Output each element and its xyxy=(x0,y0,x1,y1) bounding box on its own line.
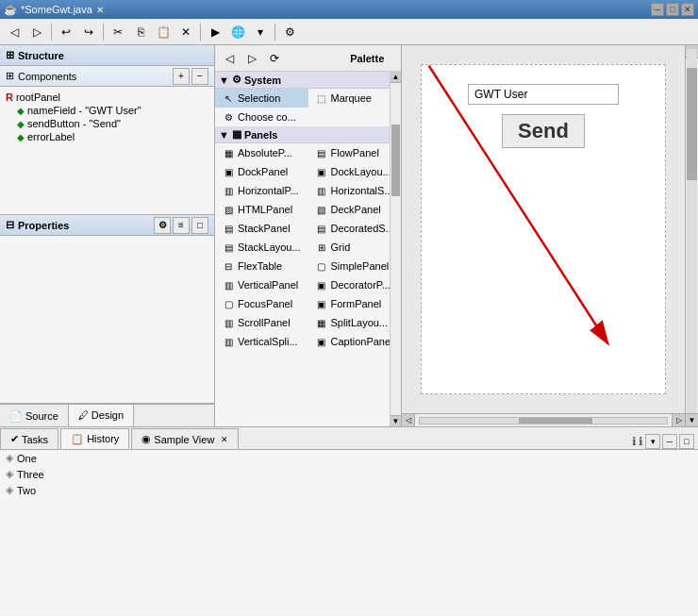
palette-item-absolutepanel[interactable]: ▦ AbsoluteP... xyxy=(215,143,308,162)
dockpanel-icon: ▣ xyxy=(222,165,235,178)
comp-item-sendbutton[interactable]: ◆ sendButton - "Send" xyxy=(2,117,212,130)
properties-btn2[interactable]: ≡ xyxy=(173,217,190,234)
palette-item-decoratorp[interactable]: ▣ DecoratorP... xyxy=(308,275,402,294)
maximize-button[interactable]: □ xyxy=(666,3,679,16)
system-cat-label: System xyxy=(244,75,281,86)
choose-icon: ⚙ xyxy=(222,110,235,124)
palette-item-verticalsplit[interactable]: ▥ VerticalSpli... xyxy=(215,332,308,351)
canvas-vscrollbar[interactable]: ▲ ▼ xyxy=(685,45,698,426)
verticalpanel-icon: ▥ xyxy=(222,278,235,291)
history-item-two[interactable]: ◈ Two xyxy=(0,482,698,498)
design-icon: 🖊 xyxy=(78,409,89,421)
properties-btn1[interactable]: ⚙ xyxy=(154,217,171,234)
hscroll-track[interactable] xyxy=(419,417,668,425)
focuspanel-icon: ▢ xyxy=(222,297,235,310)
send-button[interactable]: Send xyxy=(502,114,585,148)
comp-item-errorlabel[interactable]: ◆ errorLabel xyxy=(2,130,212,143)
comp-item-namefield[interactable]: ◆ nameField - "GWT User" xyxy=(2,104,212,117)
palette-title: Palette xyxy=(350,53,384,64)
hscroll-right-btn[interactable]: ▷ xyxy=(672,414,685,427)
htmlpanel-icon: ▨ xyxy=(222,203,235,216)
palette-item-decorateds[interactable]: ▤ DecoratedS... xyxy=(308,219,402,238)
palette-item-captionpanel[interactable]: ▣ CaptionPanel xyxy=(308,332,402,351)
toolbar-run-btn[interactable]: ▶ xyxy=(205,22,225,42)
toolbar-settings-btn[interactable]: ⚙ xyxy=(279,22,300,42)
palette-item-flextable[interactable]: ⊟ FlexTable xyxy=(215,257,308,275)
title-close-icon[interactable]: ✕ xyxy=(96,5,104,15)
palette-item-docklayout[interactable]: ▣ DockLayou... xyxy=(308,162,402,181)
gwt-user-input[interactable] xyxy=(468,84,619,105)
palette-scrollthumb xyxy=(391,125,400,195)
hscroll-left-btn[interactable]: ◁ xyxy=(402,414,415,427)
palette-fwd-btn[interactable]: ▷ xyxy=(241,48,262,69)
components-remove-btn[interactable]: − xyxy=(191,68,208,85)
toolbar-redo-btn[interactable]: ↪ xyxy=(78,22,99,42)
structure-title: Structure xyxy=(18,50,64,61)
canvas-area[interactable]: Send xyxy=(402,45,685,413)
palette-cat-panels-header[interactable]: ▼ ▦ Panels xyxy=(215,126,401,143)
minimize-button[interactable]: ─ xyxy=(651,3,664,16)
palette-cat-system-header[interactable]: ▼ ⚙ System xyxy=(215,72,401,89)
palette-item-focuspanel[interactable]: ▢ FocusPanel xyxy=(215,294,308,313)
decoratorp-icon: ▣ xyxy=(315,278,328,291)
toolbar-undo-btn[interactable]: ↩ xyxy=(56,22,76,42)
palette-item-stackpanel[interactable]: ▤ StackPanel xyxy=(215,219,308,238)
tab-history[interactable]: 📋 History xyxy=(60,428,129,449)
palette-item-dockpanel[interactable]: ▣ DockPanel xyxy=(215,162,308,181)
bottom-tabs-bar: ✔ Tasks 📋 History ◉ Sample View ✕ ℹ ℹ ▾ … xyxy=(0,427,698,450)
palette-item-deckpanel[interactable]: ▧ DeckPanel xyxy=(308,200,402,219)
palette-scroll[interactable]: ▼ ⚙ System ↖ Selection ⬚ Marquee xyxy=(215,72,401,426)
palette-item-horizontals[interactable]: ▥ HorizontalS... xyxy=(308,181,402,200)
tab-source[interactable]: 📄 Source xyxy=(0,405,69,426)
selection-icon: ↖ xyxy=(222,92,235,105)
close-button[interactable]: ✕ xyxy=(681,3,694,16)
toolbar-web-btn[interactable]: 🌐 xyxy=(227,22,248,42)
tab-tasks[interactable]: ✔ Tasks xyxy=(0,428,58,449)
palette-item-selection[interactable]: ↖ Selection xyxy=(215,89,308,108)
palette-scroll-up[interactable]: ▲ xyxy=(391,72,401,83)
tasks-tab-icon: ✔ xyxy=(10,433,19,445)
tab-design[interactable]: 🖊 Design xyxy=(69,405,134,426)
tab-close-btn[interactable]: ✕ xyxy=(221,435,228,444)
palette-item-marquee[interactable]: ⬚ Marquee xyxy=(308,89,402,108)
palette-refresh-btn[interactable]: ⟳ xyxy=(264,48,285,69)
toolbar-sep-2 xyxy=(103,24,104,41)
palette-item-horizontalp[interactable]: ▥ HorizontalP... xyxy=(215,181,308,200)
comp-item-rootpanel[interactable]: R rootPanel xyxy=(2,91,212,104)
palette-item-htmlpanel[interactable]: ▨ HTMLPanel xyxy=(215,200,308,219)
palette-vscrollbar[interactable]: ▲ ▼ xyxy=(390,72,401,426)
toolbar-copy-btn[interactable]: ⎘ xyxy=(130,22,151,42)
components-add-btn[interactable]: + xyxy=(173,68,190,85)
palette-item-grid[interactable]: ⊞ Grid xyxy=(308,238,402,257)
palette-back-btn[interactable]: ◁ xyxy=(219,48,240,69)
flextable-icon: ⊟ xyxy=(222,259,235,273)
properties-btn3[interactable]: □ xyxy=(191,217,208,234)
palette-item-flowpanel[interactable]: ▤ FlowPanel xyxy=(308,143,402,162)
palette-item-formpanel[interactable]: ▣ FormPanel xyxy=(308,294,402,313)
formpanel-icon: ▣ xyxy=(315,297,328,310)
bottom-tab-max-btn[interactable]: □ xyxy=(679,434,694,449)
bottom-tab-min-btn[interactable]: ─ xyxy=(662,434,677,449)
history-item-one[interactable]: ◈ One xyxy=(0,450,698,466)
canvas-hscroll[interactable]: ◁ ▷ xyxy=(402,413,685,426)
system-cat-arrow: ▼ xyxy=(219,75,229,86)
palette-item-verticalpanel[interactable]: ▥ VerticalPanel xyxy=(215,275,308,294)
palette-scroll-down[interactable]: ▼ xyxy=(391,415,401,426)
toolbar-delete-btn[interactable]: ✕ xyxy=(175,22,196,42)
palette-item-stacklayout[interactable]: ▤ StackLayou... xyxy=(215,238,308,257)
toolbar-paste-btn[interactable]: 📋 xyxy=(153,22,174,42)
toolbar-back-btn[interactable]: ◁ xyxy=(4,22,25,42)
vscroll-down-btn[interactable]: ▼ xyxy=(686,413,698,426)
palette-item-choose[interactable]: ⚙ Choose co... xyxy=(215,108,401,126)
toolbar-dropdown-btn[interactable]: ▾ xyxy=(250,22,271,42)
history-item-three[interactable]: ◈ Three xyxy=(0,466,698,482)
left-bottom-tabs: 📄 Source 🖊 Design xyxy=(0,404,214,426)
vscroll-track[interactable] xyxy=(687,49,697,423)
palette-item-simplepanel[interactable]: ▢ SimplePanel xyxy=(308,257,402,275)
palette-item-scrollpanel[interactable]: ▥ ScrollPanel xyxy=(215,313,308,332)
tab-sample-view[interactable]: ◉ Sample View ✕ xyxy=(131,428,239,449)
toolbar-forward-btn[interactable]: ▷ xyxy=(26,22,47,42)
bottom-tab-down-btn[interactable]: ▾ xyxy=(645,434,660,449)
palette-item-splitlayout[interactable]: ▦ SplitLayou... xyxy=(308,313,402,332)
toolbar-cut-btn[interactable]: ✂ xyxy=(108,22,128,42)
